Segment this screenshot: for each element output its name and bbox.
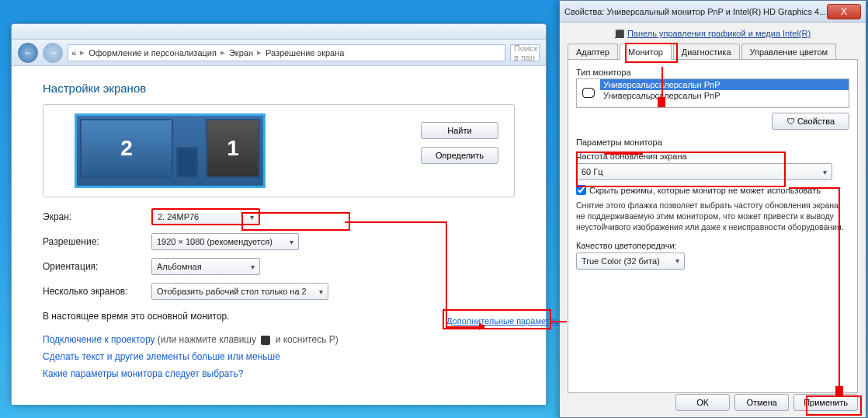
window-titlebar[interactable] <box>12 24 546 40</box>
detect-button[interactable]: Определить <box>421 147 498 164</box>
resolution-combo[interactable]: 1920 × 1080 (рекомендуется) <box>151 233 299 250</box>
explorer-toolbar: ← → « ▸ Оформление и персонализация ▸ Эк… <box>12 40 546 66</box>
tab-adapter[interactable]: Адаптер <box>568 44 618 60</box>
monitor-params-label: Параметры монитора <box>576 138 849 147</box>
breadcrumb-sep: ▸ <box>80 47 85 57</box>
arrow-head-icon <box>835 386 843 396</box>
find-button[interactable]: Найти <box>421 122 498 139</box>
hide-modes-checkbox[interactable] <box>576 185 586 195</box>
color-quality-label: Качество цветопередачи: <box>576 241 849 250</box>
hide-modes-checkbox-row[interactable]: Скрыть режимы, которые монитор не может … <box>576 185 849 195</box>
monitor-preview-area: 2 1 Найти Определить <box>43 104 515 197</box>
breadcrumb-item[interactable]: Экран <box>229 48 253 57</box>
windows-key-icon <box>261 336 270 345</box>
projector-hint: (или нажмите клавишу <box>158 334 256 345</box>
cancel-button[interactable]: Отмена <box>734 394 789 411</box>
arrow-line <box>789 187 840 189</box>
orientation-combo[interactable]: Альбомная <box>151 258 260 275</box>
search-input[interactable]: Поиск в пан <box>510 44 540 61</box>
display-settings-window: ← → « ▸ Оформление и персонализация ▸ Эк… <box>11 23 547 404</box>
screen-label: Экран: <box>43 211 151 222</box>
monitor-group: 2 1 <box>75 113 266 188</box>
orientation-label: Ориентация: <box>43 261 151 272</box>
red-strike-2 <box>604 152 643 155</box>
display-settings-body: Настройки экранов 2 1 Найти Определить Э… <box>12 66 546 405</box>
breadcrumb-item[interactable]: Разрешение экрана <box>266 48 344 57</box>
arrow-line <box>345 221 446 223</box>
projector-link-text: Подключение к проектору <box>43 334 155 345</box>
breadcrumb-sep: ▸ <box>257 47 262 57</box>
multi-display-combo[interactable]: Отобразить рабочий стол только на 2 <box>151 283 328 300</box>
breadcrumb-item[interactable]: Оформление и персонализация <box>89 48 217 57</box>
monitor-type-list[interactable]: 🖵 Универсальрсалерсальн PnP Универсальрс… <box>576 78 849 108</box>
dialog-titlebar[interactable]: Свойства: Универсальный монитор PnP и In… <box>560 1 866 23</box>
list-item[interactable]: Универсальрсалерсальн PnP <box>600 79 849 90</box>
tab-strip: Адаптер Монитор Диагностика Управление ц… <box>568 43 858 59</box>
monitor-properties-dialog: Свойства: Универсальный монитор PnP и In… <box>559 0 866 418</box>
hide-modes-label: Скрыть режимы, которые монитор не может … <box>589 186 821 195</box>
text-size-link[interactable]: Сделать текст и другие элементы больше и… <box>43 351 515 362</box>
apply-button[interactable]: Применить <box>793 394 858 411</box>
tab-diagnostics[interactable]: Диагностика <box>673 44 740 60</box>
arrow-head-icon <box>658 97 665 107</box>
tab-monitor[interactable]: Монитор <box>620 44 672 60</box>
monitor-2-thumbnail[interactable]: 2 <box>80 119 173 178</box>
breadcrumb[interactable]: « ▸ Оформление и персонализация ▸ Экран … <box>68 44 505 61</box>
monitor-2-secondary[interactable] <box>176 147 198 178</box>
screen-combo[interactable]: 2. 24MP76 <box>151 208 260 225</box>
tab-content-monitor: Тип монитора 🖵 Универсальрсалерсальн PnP… <box>568 59 858 393</box>
ok-button[interactable]: OK <box>675 394 730 411</box>
nav-forward-button[interactable]: → <box>43 43 63 63</box>
tab-color[interactable]: Управление цветом <box>741 44 837 60</box>
nav-back-button[interactable]: ← <box>18 43 38 63</box>
refresh-rate-combo[interactable]: 60 Гц <box>576 163 832 180</box>
primary-monitor-note: В настоящее время это основной монитор. <box>43 311 515 322</box>
arrow-line <box>838 187 840 389</box>
breadcrumb-sep: ▸ <box>220 47 225 57</box>
close-button[interactable]: X <box>827 4 861 19</box>
color-quality-combo[interactable]: True Color (32 бита) <box>576 253 685 270</box>
intel-panel-link[interactable]: Панель управления графикой и медиа Intel… <box>568 29 858 38</box>
dialog-button-row: OK Отмена Применить <box>675 394 858 411</box>
dialog-title: Свойства: Универсальный монитор PnP и In… <box>564 7 827 16</box>
hide-modes-hint: Снятие этого флажка позволяет выбрать ча… <box>576 200 849 233</box>
monitor-type-label: Тип монитора <box>576 68 849 77</box>
monitor-1-thumbnail[interactable]: 1 <box>206 119 260 178</box>
props-btn-label: Свойства <box>797 117 835 126</box>
arrow-line <box>550 321 567 322</box>
monitor-icon: 🖵 <box>577 79 600 107</box>
list-item[interactable]: Универсальрсалерсальн PnP <box>600 90 849 101</box>
monitor-properties-button[interactable]: 🛡 Свойства <box>772 113 849 130</box>
multi-label: Несколько экранов: <box>43 286 151 297</box>
breadcrumb-root-icon: « <box>71 48 76 57</box>
arrow-line <box>446 221 447 326</box>
which-params-link[interactable]: Какие параметры монитора следует выбрать… <box>43 368 515 379</box>
page-title: Настройки экранов <box>43 82 515 95</box>
projector-link[interactable]: Подключение к проектору (или нажмите кла… <box>43 334 515 345</box>
resolution-label: Разрешение: <box>43 236 151 247</box>
projector-hint2: и коснитесь P) <box>276 334 339 345</box>
advanced-settings-link[interactable]: Дополнительные параметры <box>446 316 561 326</box>
arrow-head-icon <box>479 322 489 330</box>
